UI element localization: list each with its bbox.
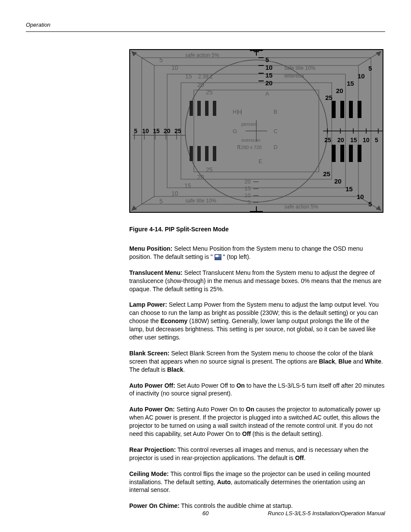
svg-text:percent: percent: [241, 121, 257, 127]
svg-text:B: B: [274, 109, 277, 115]
svg-rect-95: [349, 145, 353, 162]
svg-rect-14: [250, 211, 263, 213]
auto-power-on-title: Auto Power On:: [129, 406, 175, 413]
auto-power-off-paragraph: Auto Power Off: Set Auto Power Off to On…: [129, 382, 385, 398]
power-on-chime-title: Power On Chime:: [129, 502, 180, 509]
svg-text:10: 10: [171, 190, 178, 197]
svg-text:20: 20: [337, 137, 344, 143]
rear-projection-title: Rear Projection:: [129, 446, 176, 453]
svg-rect-83: [205, 101, 209, 116]
svg-text:10: 10: [265, 64, 273, 71]
svg-rect-82: [197, 101, 201, 116]
svg-rect-81: [190, 101, 193, 116]
svg-text:H: H: [233, 109, 237, 115]
header-rule: [26, 31, 385, 32]
svg-rect-89: [190, 146, 193, 161]
svg-text:C: C: [274, 128, 277, 134]
footer-manual-title: Runco LS-3/LS-5 Installation/Operation M…: [268, 510, 385, 516]
svg-rect-90: [197, 146, 201, 161]
svg-text:20: 20: [197, 81, 204, 88]
svg-text:20: 20: [164, 128, 171, 134]
svg-text:letterbox: letterbox: [284, 73, 304, 79]
svg-text:5: 5: [368, 65, 372, 72]
svg-text:5: 5: [159, 56, 163, 63]
svg-text:25: 25: [174, 128, 181, 134]
ceiling-mode-title: Ceiling Mode:: [129, 470, 169, 477]
svg-rect-91: [205, 146, 209, 161]
top-left-icon: [215, 254, 221, 260]
menu-position-paragraph: Menu Position: Select Menu Position from…: [129, 245, 385, 261]
ceiling-mode-paragraph: Ceiling Mode: This control flips the ima…: [129, 470, 385, 495]
svg-text:5: 5: [248, 199, 251, 205]
test-pattern-figure: 5 10 15 20 25 5 10 15 20 25 5 10 15 20 2…: [129, 49, 383, 213]
svg-rect-93: [332, 145, 336, 162]
svg-text:15: 15: [185, 73, 192, 80]
svg-rect-88: [358, 101, 361, 118]
svg-text:2.39:1: 2.39:1: [198, 74, 213, 80]
svg-text:10: 10: [358, 72, 365, 80]
svg-text:15: 15: [184, 182, 191, 189]
svg-text:10: 10: [171, 64, 178, 71]
translucent-menu-paragraph: Translucent Menu: Select Translucent Men…: [129, 269, 385, 293]
blank-screen-title: Blank Screen:: [129, 350, 169, 357]
svg-rect-96: [358, 145, 361, 162]
svg-text:5: 5: [265, 56, 269, 63]
svg-text:safe title 10%: safe title 10%: [185, 198, 216, 204]
svg-rect-84: [213, 101, 216, 116]
svg-rect-94: [340, 145, 344, 162]
svg-text:25: 25: [206, 166, 213, 173]
svg-text:15: 15: [347, 80, 354, 87]
svg-rect-87: [349, 101, 353, 118]
svg-text:15: 15: [245, 185, 251, 192]
svg-text:E: E: [258, 158, 262, 165]
svg-text:20: 20: [245, 178, 251, 185]
figure-caption: Figure 4-14. PIP Split-Screen Mode: [129, 226, 385, 233]
svg-text:15: 15: [350, 137, 357, 143]
svg-text:10: 10: [142, 128, 149, 134]
svg-text:25: 25: [323, 170, 330, 177]
svg-text:overscan: overscan: [241, 137, 261, 143]
svg-text:safe action 5%: safe action 5%: [284, 204, 318, 210]
svg-text:20: 20: [336, 87, 343, 94]
svg-text:25: 25: [324, 137, 331, 143]
svg-text:10: 10: [363, 137, 370, 143]
svg-text:10: 10: [357, 193, 364, 200]
svg-rect-85: [332, 101, 336, 118]
lamp-power-paragraph: Lamp Power: Select Lamp Power from the S…: [129, 301, 385, 341]
rear-projection-paragraph: Rear Projection: This control reverses a…: [129, 446, 385, 462]
svg-text:25: 25: [325, 94, 333, 101]
svg-text:1280 x 720: 1280 x 720: [238, 145, 262, 150]
svg-text:10: 10: [245, 192, 251, 199]
svg-rect-92: [213, 146, 216, 161]
menu-position-title: Menu Position:: [129, 245, 172, 252]
svg-text:25: 25: [206, 89, 213, 96]
main-content: 5 10 15 20 25 5 10 15 20 25 5 10 15 20 2…: [129, 49, 385, 510]
svg-text:15: 15: [346, 185, 353, 193]
svg-text:safe title 10%: safe title 10%: [284, 65, 315, 71]
svg-rect-12: [250, 49, 263, 51]
svg-text:G: G: [233, 128, 237, 134]
svg-rect-86: [340, 101, 344, 118]
svg-text:5: 5: [375, 137, 378, 143]
power-on-chime-paragraph: Power On Chime: This controls the audibl…: [129, 502, 385, 510]
auto-power-off-title: Auto Power Off:: [129, 382, 175, 389]
svg-text:20: 20: [197, 174, 204, 180]
svg-text:5: 5: [368, 200, 372, 208]
svg-text:safe action 5%: safe action 5%: [185, 52, 219, 58]
page-number: 60: [202, 510, 209, 516]
svg-text:20: 20: [265, 79, 273, 87]
svg-text:D: D: [274, 144, 277, 150]
page-header-section: Operation: [26, 22, 385, 28]
lamp-power-title: Lamp Power:: [129, 301, 167, 308]
blank-screen-paragraph: Blank Screen: Select Blank Screen from t…: [129, 349, 385, 374]
svg-text:F: F: [237, 144, 240, 150]
svg-text:15: 15: [153, 128, 160, 134]
page-footer: 60 Runco LS-3/LS-5 Installation/Operatio…: [26, 510, 385, 516]
translucent-menu-title: Translucent Menu:: [129, 269, 183, 276]
svg-text:15: 15: [265, 72, 273, 79]
auto-power-on-paragraph: Auto Power On: Setting Auto Power On to …: [129, 405, 385, 438]
svg-text:5: 5: [159, 198, 163, 205]
svg-text:A: A: [265, 90, 269, 97]
svg-text:20: 20: [334, 177, 342, 185]
